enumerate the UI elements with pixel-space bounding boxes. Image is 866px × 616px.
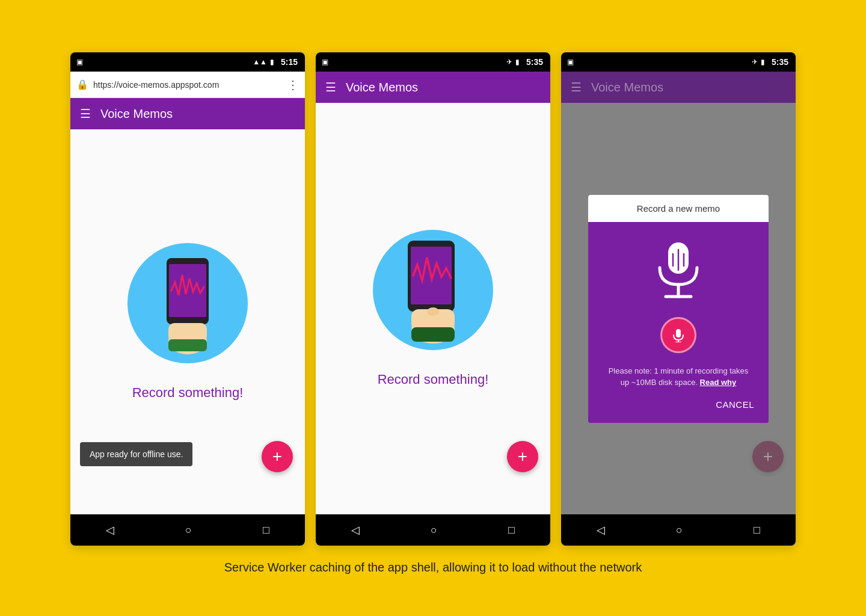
cancel-button[interactable]: CANCEL [711, 396, 759, 413]
home-icon-2[interactable]: ○ [431, 524, 437, 537]
hamburger-icon-2[interactable]: ☰ [325, 81, 336, 93]
mic-small-icon [671, 328, 686, 342]
recents-icon-3[interactable]: □ [754, 524, 760, 537]
fab-button-2[interactable]: + [507, 441, 538, 472]
record-dialog: Record a new memo [588, 195, 769, 423]
toast-text: App ready for offline use. [90, 449, 183, 459]
svg-rect-17 [676, 329, 681, 337]
phone-3: ▣ ✈ ▮ 5:35 ☰ Voice Memos Record a new me… [561, 52, 796, 546]
back-icon-1[interactable]: ◁ [106, 523, 114, 537]
time-display-3: 5:35 [772, 57, 788, 67]
hamburger-icon-1[interactable]: ☰ [80, 108, 91, 120]
signal-bars-icon: ▲▲ [253, 58, 267, 66]
app-title-3: Voice Memos [591, 81, 663, 94]
content-1: Record something! App ready for offline … [70, 129, 305, 514]
svg-rect-9 [411, 327, 455, 342]
recents-icon-2[interactable]: □ [508, 524, 515, 537]
sim-icon: ▣ [76, 58, 83, 66]
content-3: Record a new memo [561, 103, 796, 514]
svg-rect-4 [168, 339, 207, 351]
nav-bar-2: ◁ ○ □ [316, 514, 550, 546]
dialog-actions: CANCEL [588, 389, 769, 423]
dialog-note-text: Please note: 1 minute of recording takes… [599, 365, 758, 389]
offline-toast: App ready for offline use. [80, 442, 192, 466]
app-bar-2: ☰ Voice Memos [316, 72, 550, 103]
content-2: Record something! + [316, 103, 550, 514]
app-bar-3: ☰ Voice Memos [561, 72, 796, 103]
phone-2: ▣ ✈ ▮ 5:35 ☰ Voice Memos [316, 52, 550, 546]
home-icon-1[interactable]: ○ [185, 524, 192, 537]
phone-1: ▣ ▲▲ ▮ 5:15 🔒 https://voice-memos.appspo… [70, 52, 305, 546]
dialog-title-bar: Record a new memo [588, 195, 769, 222]
battery-icon-2: ▮ [515, 58, 520, 66]
status-bar-2: ▣ ✈ ▮ 5:35 [316, 52, 550, 72]
read-why-link[interactable]: Read why [700, 378, 737, 387]
illustration-circle-2 [373, 230, 493, 350]
lock-icon: 🔒 [76, 79, 88, 90]
dialog-title-text: Record a new memo [637, 203, 720, 214]
app-bar-1: ☰ Voice Memos [70, 98, 305, 129]
recents-icon-1[interactable]: □ [263, 524, 269, 537]
phone-waveform-svg-2 [391, 236, 475, 344]
battery-icon-1: ▮ [270, 58, 274, 66]
record-label-1: Record something! [132, 385, 244, 401]
airplane-icon-3: ✈ [752, 58, 758, 66]
time-display-1: 5:15 [281, 57, 298, 67]
airplane-icon-2: ✈ [506, 58, 512, 66]
record-button[interactable] [660, 317, 696, 353]
url-text: https://voice-memos.appspot.com [93, 80, 282, 90]
svg-point-10 [427, 307, 439, 316]
sim-icon-3: ▣ [567, 58, 574, 66]
dialog-overlay: Record a new memo [561, 103, 796, 514]
nav-bar-3: ◁ ○ □ [561, 514, 796, 546]
phone-waveform-svg-1 [149, 252, 227, 354]
app-title-2: Voice Memos [346, 81, 418, 94]
app-title-1: Voice Memos [100, 107, 173, 121]
back-icon-2[interactable]: ◁ [351, 523, 360, 537]
menu-dots-icon[interactable]: ⋮ [287, 78, 299, 92]
illustration-circle-1 [127, 243, 248, 363]
status-bar-3: ▣ ✈ ▮ 5:35 [561, 52, 796, 72]
time-display-2: 5:35 [526, 57, 543, 67]
phones-container: ▣ ▲▲ ▮ 5:15 🔒 https://voice-memos.appspo… [70, 52, 796, 546]
record-label-2: Record something! [378, 372, 489, 387]
caption-text: Service Worker caching of the app shell,… [224, 559, 642, 576]
microphone-icon [651, 239, 705, 305]
nav-bar-1: ◁ ○ □ [70, 514, 305, 546]
dialog-body: Please note: 1 minute of recording takes… [588, 222, 769, 389]
sim-icon-2: ▣ [322, 58, 328, 66]
fab-button-1[interactable]: + [262, 441, 293, 472]
url-bar[interactable]: 🔒 https://voice-memos.appspot.com ⋮ [70, 72, 305, 98]
status-bar-1: ▣ ▲▲ ▮ 5:15 [70, 52, 305, 72]
battery-icon-3: ▮ [761, 58, 765, 66]
back-icon-3[interactable]: ◁ [597, 523, 605, 537]
hamburger-icon-3: ☰ [571, 81, 582, 93]
home-icon-3[interactable]: ○ [676, 524, 683, 537]
